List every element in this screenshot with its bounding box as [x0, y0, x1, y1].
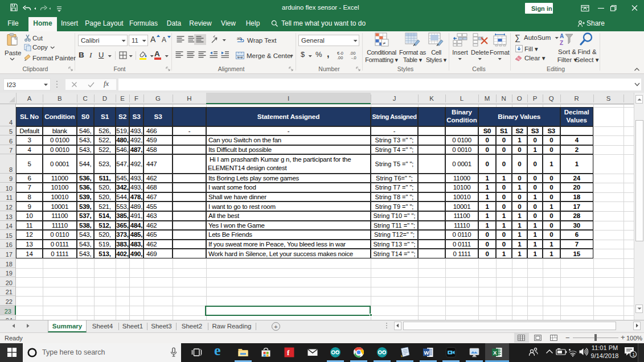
svg-text:.00: .00 [337, 55, 343, 60]
svg-text:X: X [493, 349, 497, 356]
svg-text:1: 1 [632, 352, 635, 357]
svg-text:W: W [424, 349, 429, 356]
svg-text:-.0: -.0 [351, 55, 356, 60]
svg-text:A: A [560, 33, 564, 39]
svg-text:f: f [287, 348, 290, 357]
svg-text:≠: ≠ [383, 40, 386, 46]
svg-text:Z: Z [560, 40, 563, 46]
